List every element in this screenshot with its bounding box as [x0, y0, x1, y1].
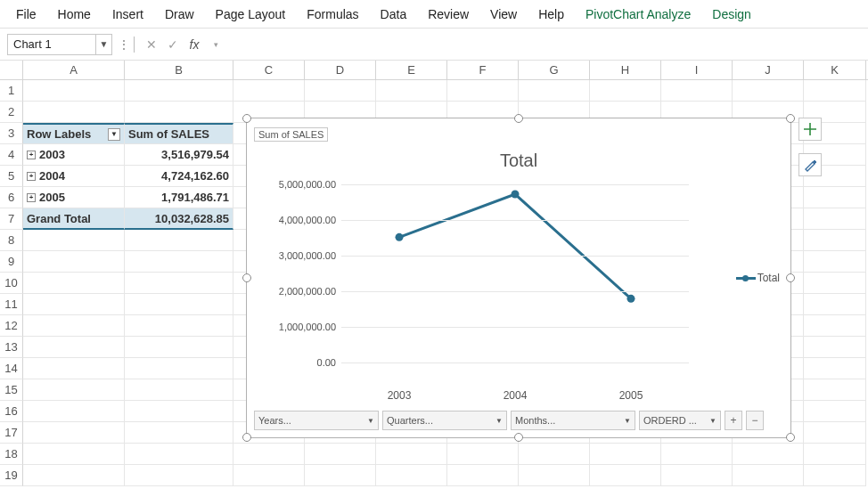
cell[interactable]: [125, 422, 233, 444]
cell[interactable]: [804, 230, 866, 251]
pivot-chart[interactable]: Sum of SALES Total 0.001,000,000.002,000…: [246, 118, 791, 438]
row-header[interactable]: 9: [0, 251, 23, 273]
cell[interactable]: Grand Total: [23, 208, 125, 230]
row-header[interactable]: 11: [0, 294, 23, 315]
resize-handle[interactable]: [242, 114, 251, 123]
expand-icon[interactable]: +: [27, 151, 36, 159]
cell[interactable]: [447, 80, 519, 102]
cell[interactable]: [804, 315, 866, 337]
line-series[interactable]: [341, 184, 689, 363]
expand-icon[interactable]: +: [27, 172, 36, 181]
column-header[interactable]: E: [376, 61, 447, 79]
cell[interactable]: [125, 444, 233, 465]
chart-field-tag[interactable]: Sum of SALES: [254, 127, 328, 142]
cell[interactable]: [376, 80, 447, 102]
expand-icon[interactable]: +: [27, 193, 36, 202]
cell[interactable]: [804, 358, 866, 379]
cell[interactable]: [23, 444, 125, 465]
column-header[interactable]: F: [447, 61, 519, 79]
cell[interactable]: [804, 465, 866, 486]
ribbon-tab-formulas[interactable]: Formulas: [298, 4, 367, 25]
cell[interactable]: [23, 80, 125, 102]
cell[interactable]: 3,516,979.54: [125, 144, 233, 166]
cell[interactable]: [23, 294, 125, 315]
column-header[interactable]: I: [661, 61, 733, 79]
row-header[interactable]: 5: [0, 166, 23, 187]
cell[interactable]: [125, 401, 233, 422]
cell[interactable]: [305, 465, 376, 486]
name-box[interactable]: Chart 1 ▼: [7, 34, 112, 55]
cell[interactable]: [804, 337, 866, 358]
resize-handle[interactable]: [786, 114, 795, 123]
cell[interactable]: [804, 187, 866, 208]
cell[interactable]: [733, 465, 804, 486]
cell[interactable]: [23, 315, 125, 337]
select-all-corner[interactable]: [0, 61, 23, 80]
cell[interactable]: [804, 208, 866, 230]
cell[interactable]: [125, 337, 233, 358]
cell[interactable]: [519, 80, 590, 102]
ribbon-tab-view[interactable]: View: [481, 4, 526, 25]
cell[interactable]: [125, 102, 233, 123]
cell[interactable]: [447, 465, 519, 486]
chart-filter-button[interactable]: Years...▼: [254, 411, 379, 430]
chart-styles-button[interactable]: [798, 153, 822, 176]
chart-title[interactable]: Total: [247, 151, 790, 171]
ribbon-tab-insert[interactable]: Insert: [103, 4, 152, 25]
cell[interactable]: [125, 230, 233, 251]
row-header[interactable]: 16: [0, 401, 23, 422]
cell[interactable]: [23, 358, 125, 379]
fx-icon[interactable]: fx: [186, 37, 202, 52]
cell[interactable]: [376, 465, 447, 486]
cell[interactable]: [519, 465, 590, 486]
cell[interactable]: [23, 337, 125, 358]
column-header[interactable]: C: [233, 61, 305, 79]
cell[interactable]: [125, 251, 233, 273]
cell[interactable]: [804, 401, 866, 422]
resize-handle[interactable]: [786, 433, 795, 442]
resize-handle[interactable]: [242, 273, 251, 282]
column-header[interactable]: K: [804, 61, 866, 79]
cell[interactable]: [23, 230, 125, 251]
resize-handle[interactable]: [242, 433, 251, 442]
cell[interactable]: [804, 80, 866, 102]
cell[interactable]: +2005: [23, 187, 125, 208]
cell[interactable]: [233, 465, 305, 486]
row-header[interactable]: 8: [0, 230, 23, 251]
cell[interactable]: [125, 80, 233, 102]
cell[interactable]: [733, 444, 804, 465]
cell[interactable]: [804, 294, 866, 315]
cell[interactable]: +2003: [23, 144, 125, 166]
cell[interactable]: [125, 273, 233, 294]
cell[interactable]: [125, 294, 233, 315]
cell[interactable]: 1,791,486.71: [125, 187, 233, 208]
column-header[interactable]: A: [23, 61, 125, 79]
cell[interactable]: [804, 251, 866, 273]
row-header[interactable]: 1: [0, 80, 23, 102]
resize-handle[interactable]: [514, 433, 523, 442]
row-header[interactable]: 12: [0, 315, 23, 337]
enter-formula-icon[interactable]: ✓: [165, 37, 181, 52]
cell[interactable]: [305, 80, 376, 102]
cell[interactable]: [23, 422, 125, 444]
vertical-dots-icon[interactable]: ⋮: [118, 37, 125, 52]
cell[interactable]: [23, 379, 125, 401]
cell[interactable]: [125, 315, 233, 337]
row-header[interactable]: 7: [0, 208, 23, 230]
ribbon-tab-review[interactable]: Review: [419, 4, 478, 25]
cell[interactable]: [590, 465, 661, 486]
cancel-formula-icon[interactable]: ✕: [143, 37, 160, 52]
row-header[interactable]: 4: [0, 144, 23, 166]
chart-elements-button[interactable]: [798, 118, 822, 141]
column-header[interactable]: D: [305, 61, 376, 79]
row-header[interactable]: 13: [0, 337, 23, 358]
cell[interactable]: [447, 444, 519, 465]
spreadsheet-grid[interactable]: ABCDEFGHIJK 1234567891011121314151617181…: [0, 61, 868, 497]
ribbon-tab-home[interactable]: Home: [49, 4, 100, 25]
cell[interactable]: 4,724,162.60: [125, 166, 233, 187]
cell[interactable]: [661, 465, 733, 486]
cell[interactable]: [125, 358, 233, 379]
ribbon-tab-help[interactable]: Help: [529, 4, 573, 25]
resize-handle[interactable]: [786, 273, 795, 282]
row-header[interactable]: 10: [0, 273, 23, 294]
